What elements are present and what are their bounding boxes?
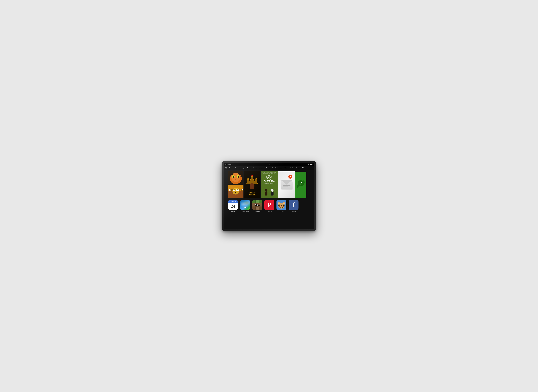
silk-swoosh [241,201,249,207]
nav-off[interactable]: Off [301,166,305,170]
nav-games[interactable]: Games [234,166,240,170]
app-pinterest[interactable]: P Pinterest [264,200,274,212]
svg-point-10 [233,176,234,178]
nav-audiobooks[interactable]: Audiobooks [274,166,284,170]
minecraft-title: MINE CRAFT [255,204,259,206]
battery-icon [310,163,313,165]
svg-point-12 [235,179,237,180]
app-facebook[interactable]: f Facebook [289,200,299,212]
status-time: 9:06 [268,164,270,165]
app-label-silk: Web Browser [242,210,249,212]
nav-docs[interactable]: Docs [295,166,301,170]
svg-text:e: e [299,183,301,185]
nav-web[interactable]: Web [284,166,289,170]
minecraft-icon: MINE CRAFT [252,200,262,210]
life-of-pi-card[interactable]: LIFE OF PI [228,171,243,198]
svg-point-11 [238,176,239,178]
app-label-facebook: Facebook [291,210,296,212]
perks-subtitle: NOW A MAJOR MOTION PICTURE [261,173,278,174]
app-minecraft[interactable]: MINE CRAFT Minecraft [252,200,262,212]
main-content: LIFE OF PI [224,170,314,229]
svg-rect-23 [250,185,254,189]
svg-point-65 [283,206,285,208]
status-icons [308,163,313,165]
cal-day-name: MON [232,201,234,202]
svg-rect-1 [312,164,313,164]
cal-date: 24 [228,203,238,210]
svg-point-32 [302,180,305,184]
svg-point-54 [278,202,280,204]
nav-bar: Shop Games Apps Books Music Videos Newss… [224,166,314,170]
env-line-2 [283,186,288,187]
tiger-image [228,171,243,185]
svg-point-64 [278,206,280,208]
svg-point-62 [283,205,284,206]
env-line-3 [283,187,287,187]
game-of-thrones-card[interactable]: Game ofThrones [244,171,260,198]
perks-author: STEPHEN CHBOSKY [261,183,278,184]
svg-point-26 [265,189,267,192]
perks-title: the perks of being a wallflower. [262,174,277,182]
svg-line-4 [226,168,227,169]
svg-rect-17 [236,193,236,195]
nav-books[interactable]: Books [246,166,252,170]
facebook-f: f [292,201,295,208]
life-of-pi-title: LIFE OF PI [229,188,243,191]
tablet-device: Emma's Kindle 9:06 [222,161,316,231]
app-label-pinterest: Pinterest [267,210,272,212]
svg-point-21 [255,178,256,179]
nav-music[interactable]: Music [252,166,258,170]
svg-point-55 [283,202,285,204]
envelope-flap [281,180,292,185]
hipmunk-icon [276,200,286,210]
calendar-icon: MON 24 [228,200,238,210]
cal-dot-left [231,201,231,202]
facebook-icon: f [289,200,299,210]
minecraft-inner: MINE CRAFT [253,201,261,209]
svg-point-34 [302,182,302,182]
app-label-minecraft: Minecraft [255,210,260,212]
got-title: Game ofThrones [244,192,260,196]
email-badge: 6 [288,175,292,179]
svg-point-63 [281,206,282,207]
app-hipmunk[interactable]: Hipmunk [276,200,286,212]
nav-newsstand[interactable]: Newsstand [265,166,274,170]
wifi-icon [308,163,309,165]
app-calendar[interactable]: MON 24 Calendar [228,200,238,212]
apps-row: MON 24 Calendar Silk Web Browser [224,199,314,213]
recent-row: LIFE OF PI [224,170,314,199]
nav-shop[interactable]: Shop [228,166,234,170]
svg-point-28 [271,189,274,192]
silk-text: Silk [240,207,250,209]
svg-rect-2 [310,164,312,165]
svg-point-61 [280,205,280,206]
email-card[interactable]: 6 [278,171,295,198]
status-bar: Emma's Kindle 9:06 [224,163,314,166]
evernote-card[interactable]: e [295,172,306,198]
camera-dot [269,162,269,163]
svg-rect-27 [265,192,267,196]
email-envelope [281,180,292,189]
perks-card[interactable]: NEW YORK TIMES BESTSELLER NOW A MAJOR MO… [261,171,278,198]
svg-rect-29 [271,192,274,196]
svg-point-16 [235,192,236,193]
pinterest-icon: P [264,200,274,210]
envelope-lines [283,185,290,188]
app-label-hipmunk: Hipmunk [279,210,284,212]
nav-photos[interactable]: Photos [289,166,295,170]
nav-apps[interactable]: Apps [240,166,246,170]
svg-point-19 [251,175,253,177]
pinterest-p: P [267,202,271,208]
perks-bestseller: NEW YORK TIMES BESTSELLER [261,172,278,173]
cal-dot-right [235,201,236,202]
app-silk[interactable]: Silk Web Browser [240,200,250,212]
app-label-calendar: Calendar [231,210,236,212]
device-name: Emma's Kindle [225,164,234,165]
svg-point-20 [248,178,249,179]
env-line-1 [283,185,290,186]
silk-icon: Silk [240,200,250,210]
cal-header: MON [228,200,238,203]
tablet-screen: Emma's Kindle 9:06 [224,163,314,229]
nav-videos[interactable]: Videos [258,166,265,170]
search-button[interactable] [225,167,228,169]
